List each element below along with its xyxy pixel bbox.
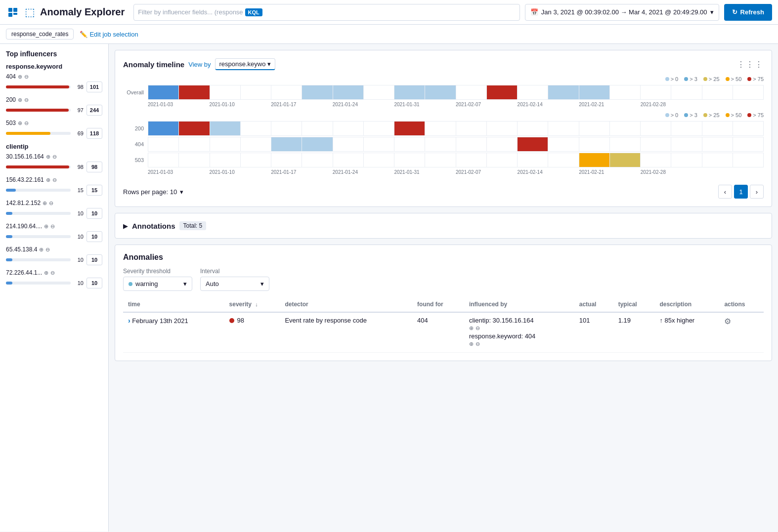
chart-cell xyxy=(702,137,733,151)
chart-cell[interactable] xyxy=(579,85,609,99)
sidebar-title: Top influencers xyxy=(6,50,102,58)
chart-cell xyxy=(548,122,578,135)
plus-icon[interactable]: ⊕ xyxy=(43,200,47,206)
page-1-button[interactable]: 1 xyxy=(734,185,748,199)
minus-icon[interactable]: ⊖ xyxy=(24,97,29,103)
annotations-total: Total: 5 xyxy=(179,221,207,230)
more-options-button[interactable]: ⋮⋮⋮ xyxy=(737,60,764,69)
severity-select[interactable]: warning ▾ xyxy=(123,277,192,291)
kql-badge[interactable]: KQL xyxy=(245,8,262,16)
influencer-value: 98 xyxy=(74,164,84,170)
annotations-header: ▶ Annotations Total: 5 xyxy=(123,221,764,230)
date-picker[interactable]: 📅 Jan 3, 2021 @ 00:39:02.00 → Mar 4, 202… xyxy=(525,4,719,21)
col-time[interactable]: time xyxy=(123,297,224,312)
chart-cell[interactable] xyxy=(179,122,209,135)
col-influenced-by[interactable]: influenced by xyxy=(464,297,574,312)
plus-icon[interactable]: ⊕ xyxy=(469,341,474,347)
job-tag[interactable]: response_code_rates xyxy=(6,29,74,40)
list-item: 72.226.44.1... ⊕ ⊖ 10 10 xyxy=(6,269,102,288)
chart-cell xyxy=(702,85,733,99)
plus-icon[interactable]: ⊕ xyxy=(46,154,50,160)
minus-icon[interactable]: ⊖ xyxy=(45,246,50,253)
chart-cell[interactable] xyxy=(302,137,332,151)
annotations-expand-button[interactable]: ▶ xyxy=(123,222,128,230)
breakdown-legend: > 0 > 3 > 25 > 50 > 75 xyxy=(123,112,764,118)
col-actual[interactable]: actual xyxy=(574,297,613,312)
minus-icon[interactable]: ⊖ xyxy=(24,74,29,80)
chart-cell[interactable] xyxy=(425,85,455,99)
chart-cell[interactable] xyxy=(487,85,517,99)
table-header-row: time severity ↓ detector found for influ… xyxy=(123,297,764,312)
chart-cell xyxy=(364,122,394,135)
chevron-down-icon: ▾ xyxy=(183,280,187,287)
chart-cell xyxy=(702,122,733,135)
view-by-select[interactable]: response.keywo ▾ xyxy=(215,58,276,70)
plus-icon[interactable]: ⊕ xyxy=(18,97,22,103)
list-item: 503 ⊕ ⊖ 69 118 xyxy=(6,120,102,139)
chart-cell[interactable] xyxy=(333,85,363,99)
minus-icon[interactable]: ⊖ xyxy=(475,341,480,347)
col-actions[interactable]: actions xyxy=(719,297,764,312)
chart-cell[interactable] xyxy=(394,122,425,135)
col-detector[interactable]: detector xyxy=(280,297,412,312)
row-expand-button[interactable]: › xyxy=(128,317,130,325)
prev-page-button[interactable]: ‹ xyxy=(718,185,732,199)
chart-cell[interactable] xyxy=(271,137,302,151)
svg-rect-3 xyxy=(13,13,17,15)
minus-icon[interactable]: ⊖ xyxy=(52,177,57,183)
plus-icon[interactable]: ⊕ xyxy=(39,246,43,253)
col-severity[interactable]: severity ↓ xyxy=(224,297,280,312)
influencer-value: 10 xyxy=(74,234,84,240)
plus-icon[interactable]: ⊕ xyxy=(469,325,474,331)
chart-cell xyxy=(271,85,302,99)
chart-cell[interactable] xyxy=(148,85,178,99)
minus-icon[interactable]: ⊖ xyxy=(24,120,29,126)
filter-bar[interactable]: Filter by influencer fields... (response… xyxy=(133,4,520,21)
chart-cell[interactable] xyxy=(210,122,240,135)
chart-cell[interactable] xyxy=(394,85,425,99)
chart-cell xyxy=(302,122,332,135)
minus-icon[interactable]: ⊖ xyxy=(49,200,53,206)
chart-cell[interactable] xyxy=(518,137,548,151)
chart-cell[interactable] xyxy=(179,85,209,99)
plus-icon[interactable]: ⊕ xyxy=(18,74,22,80)
minus-icon[interactable]: ⊖ xyxy=(52,154,57,160)
group-title-response-keyword: response.keyword xyxy=(6,63,102,70)
date-range: Jan 3, 2021 @ 00:39:02.00 → Mar 4, 2021 … xyxy=(541,8,707,16)
plus-icon[interactable]: ⊕ xyxy=(44,270,48,276)
chart-cell xyxy=(518,122,548,135)
row-label-503: 503 xyxy=(123,157,148,163)
minus-icon[interactable]: ⊖ xyxy=(50,270,55,276)
refresh-button[interactable]: ↻ Refresh xyxy=(724,4,772,21)
rows-per-page-selector[interactable]: Rows per page: 10 ▾ xyxy=(123,188,183,196)
col-description[interactable]: description xyxy=(654,297,719,312)
chart-cell xyxy=(702,153,733,167)
app-icon xyxy=(6,5,20,19)
actions-button[interactable]: ⚙ xyxy=(724,317,731,326)
plus-icon[interactable]: ⊕ xyxy=(46,177,50,183)
chart-cell[interactable] xyxy=(548,85,578,99)
edit-job-link[interactable]: ✏️ Edit job selection xyxy=(80,31,138,38)
chart-cell[interactable] xyxy=(579,153,609,167)
chart-cell[interactable] xyxy=(302,85,332,99)
chart-cell[interactable] xyxy=(610,153,640,167)
app-title: Anomaly Explorer xyxy=(40,6,125,18)
minus-icon[interactable]: ⊖ xyxy=(50,223,55,230)
plus-icon[interactable]: ⊕ xyxy=(18,120,22,126)
chart-cell xyxy=(487,153,517,167)
chart-cell xyxy=(671,153,701,167)
col-typical[interactable]: typical xyxy=(613,297,655,312)
interval-group: Interval Auto ▾ xyxy=(200,268,269,291)
svg-rect-1 xyxy=(13,8,17,12)
interval-select[interactable]: Auto ▾ xyxy=(200,277,269,291)
view-by-value: response.keywo xyxy=(219,60,266,68)
next-page-button[interactable]: › xyxy=(750,185,764,199)
anomalies-card: Anomalies Severity threshold warning ▾ I… xyxy=(115,245,772,361)
plus-icon[interactable]: ⊕ xyxy=(44,223,48,230)
col-found-for[interactable]: found for xyxy=(412,297,464,312)
chart-cell xyxy=(733,153,763,167)
minus-icon[interactable]: ⊖ xyxy=(475,325,480,331)
chart-cell[interactable] xyxy=(148,122,178,135)
breakdown-row-503: 503 xyxy=(123,153,764,167)
chart-cell xyxy=(671,85,701,99)
